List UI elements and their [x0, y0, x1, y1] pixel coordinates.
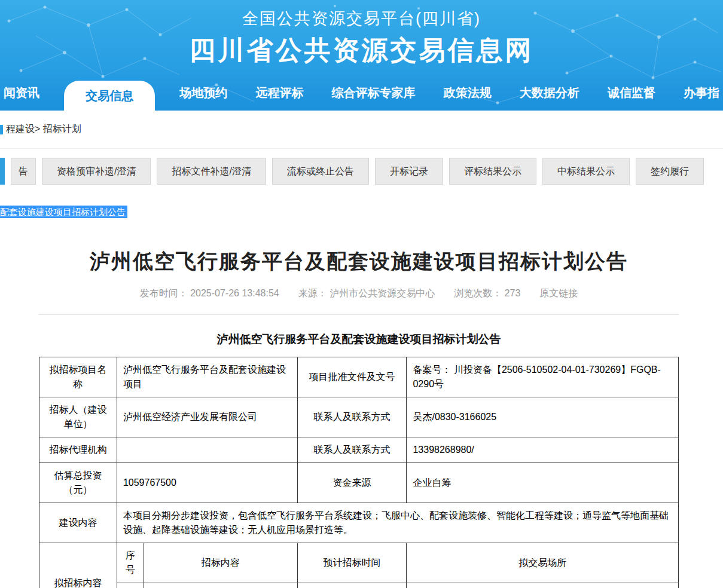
inner-venue-value: 泸州市公共资源交易大厅 [407, 583, 679, 588]
nav-item-expert-database[interactable]: 综合评标专家库 [328, 75, 419, 111]
inner-time-value: 2025-08-26 12:12:13 [297, 583, 407, 588]
inner-header-seq: 序号 [117, 543, 144, 583]
main-nav: 闻资讯 交易信息 场地预约 远程评标 综合评标专家库 政策法规 大数据分析 诚信… [0, 75, 723, 111]
table-row: 招标代理机构 联系人及联系方式 13398268980/ [39, 437, 679, 463]
table-row: 招标人（建设单位） 泸州低空经济产业发展有限公司 联系人及联系方式 吴杰/083… [39, 397, 679, 437]
article-meta: 发布时间： 2025-07-26 13:48:54来源： 泸州市公共资源交易中心… [39, 287, 679, 300]
bidder-value: 泸州低空经济产业发展有限公司 [117, 397, 297, 437]
contact-value-2: 13398268980/ [407, 437, 679, 463]
funding-source-label: 资金来源 [297, 463, 407, 503]
investment-label: 估算总投资（元） [39, 463, 117, 503]
contact-label-2: 联系人及联系方式 [297, 437, 407, 463]
tab-contract-performance[interactable]: 签约履行 [636, 158, 704, 185]
nav-item-policy[interactable]: 政策法规 [440, 75, 495, 111]
nav-item-news[interactable]: 闻资讯 [0, 75, 43, 111]
construction-content: 本项目分期分步建设投资，包含低空飞行服务平台系统建设；飞服中心、配套设施装修、智… [117, 503, 678, 543]
publish-time: 2025-07-26 13:48:54 [190, 288, 279, 298]
agency-label: 招标代理机构 [39, 437, 117, 463]
nav-item-integrity[interactable]: 诚信监督 [604, 75, 659, 111]
contact-value-1: 吴杰/0830-3166025 [407, 397, 679, 437]
investment-value: 1059767500 [117, 463, 297, 503]
source-value: 泸州市公共资源交易中心 [330, 288, 435, 298]
source-label: 来源： [298, 288, 327, 298]
contact-label-1: 联系人及联系方式 [297, 397, 407, 437]
nav-item-venue-booking[interactable]: 场地预约 [176, 75, 231, 111]
site-title: 四川省公共资源交易信息网 [0, 33, 723, 68]
bid-content-label: 拟招标内容 [39, 543, 117, 588]
tab-bid-plan-active-cut[interactable] [0, 158, 5, 185]
inner-header-time: 预计招标时间 [297, 543, 407, 583]
breadcrumb: 程建设> 招标计划 [0, 111, 723, 149]
location-icon [0, 125, 3, 134]
announcement-link-highlighted[interactable]: 配套设施建设项目招标计划公告 [0, 206, 127, 218]
nav-item-remote-evaluation[interactable]: 远程评标 [252, 75, 307, 111]
tab-opening-record[interactable]: 开标记录 [375, 158, 443, 185]
nav-item-big-data[interactable]: 大数据分析 [516, 75, 583, 111]
table-row: 估算总投资（元） 1059767500 资金来源 企业自筹 [39, 463, 679, 503]
tab-winning-result[interactable]: 中标结果公示 [542, 158, 630, 185]
table-row: 1 本项目勘察、设计、施工、监理等 2025-08-26 12:12:13 泸州… [39, 583, 679, 588]
project-name-value: 泸州低空飞行服务平台及配套设施建设项目 [117, 357, 297, 397]
tab-evaluation-result[interactable]: 评标结果公示 [449, 158, 536, 185]
inner-seq-value: 1 [117, 583, 144, 588]
approval-doc-label: 项目批准文件及文号 [297, 357, 407, 397]
table-row: 拟招标项目名称 泸州低空飞行服务平台及配套设施建设项目 项目批准文件及文号 备案… [39, 357, 679, 397]
inner-content-value: 本项目勘察、设计、施工、监理等 [144, 583, 297, 588]
table-row: 拟招标内容 序号 招标内容 预计招标时间 拟交易场所 [39, 543, 679, 583]
divider [39, 314, 679, 315]
tab-doc-supplement[interactable]: 招标文件补遗/澄清 [157, 158, 266, 185]
publish-group: 发布时间： 2025-07-26 13:48:54 [140, 288, 279, 298]
tab-announcement-cut[interactable]: 告 [11, 158, 36, 185]
funding-source-value: 企业自筹 [407, 463, 679, 503]
bid-plan-table: 拟招标项目名称 泸州低空飞行服务平台及配套设施建设项目 项目批准文件及文号 备案… [39, 357, 679, 588]
banner: 全国公共资源交易平台(四川省) 四川省公共资源交易信息网 [0, 0, 723, 68]
nav-item-service-guide[interactable]: 办事指 [680, 75, 723, 111]
article-title: 泸州低空飞行服务平台及配套设施建设项目招标计划公告 [39, 248, 679, 275]
tab-prequal-supplement[interactable]: 资格预审补遗/澄清 [42, 158, 151, 185]
views-count: 273 [505, 288, 521, 298]
inner-header-venue: 拟交易场所 [407, 543, 679, 583]
tab-failure-termination[interactable]: 流标或终止公告 [272, 158, 369, 185]
table-row: 建设内容 本项目分期分步建设投资，包含低空飞行服务平台系统建设；飞服中心、配套设… [39, 503, 679, 543]
site-header: 全国公共资源交易平台(四川省) 四川省公共资源交易信息网 闻资讯 交易信息 场地… [0, 0, 723, 111]
category-tabs: 告 资格预审补遗/澄清 招标文件补遗/澄清 流标或终止公告 开标记录 评标结果公… [0, 158, 723, 185]
nav-item-trade-info[interactable]: 交易信息 [64, 81, 155, 111]
project-name-label: 拟招标项目名称 [39, 357, 117, 397]
breadcrumb-text[interactable]: 程建设> 招标计划 [6, 123, 81, 136]
original-link[interactable]: 原文链接 [539, 288, 578, 298]
agency-value [117, 437, 297, 463]
platform-name: 全国公共资源交易平台(四川省) [0, 8, 723, 29]
article-container: 泸州低空飞行服务平台及配套设施建设项目招标计划公告 发布时间： 2025-07-… [39, 248, 679, 588]
construction-label: 建设内容 [39, 503, 117, 543]
table-title: 泸州低空飞行服务平台及配套设施建设项目招标计划公告 [39, 332, 679, 347]
views-label: 浏览次数： [454, 288, 502, 298]
source-group: 来源： 泸州市公共资源交易中心 [298, 288, 435, 298]
publish-label: 发布时间： [140, 288, 188, 298]
bidder-label: 招标人（建设单位） [39, 397, 117, 437]
inner-header-content: 招标内容 [144, 543, 297, 583]
approval-doc-value: 备案号： 川投资备【2506-510502-04-01-730269】FGQB-… [407, 357, 679, 397]
views-group: 浏览次数： 273 [454, 288, 520, 298]
